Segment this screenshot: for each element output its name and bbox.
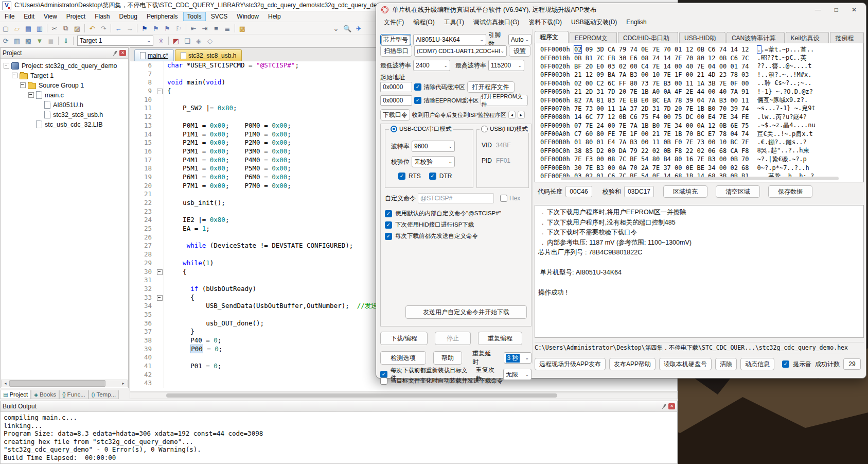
hex-bytes[interactable]: 01 80 01 E4 7A B3 00 11 0B F0 7E 73 00 1… [574,139,749,146]
fill-region-button[interactable]: 区域填充 [663,185,707,198]
menu-project[interactable]: Project [62,12,90,21]
menu-window[interactable]: Window [233,12,263,21]
beep-checkbox[interactable]: ✓ [782,360,789,368]
menu-svcs[interactable]: SVCS [207,12,232,21]
repeat-program-button[interactable]: 重复编程 [478,332,522,345]
menu-file[interactable]: File [1,12,19,21]
min-baud-select[interactable]: 2400⌄ [413,60,450,71]
undo-icon[interactable]: ↶ [86,23,98,33]
fold-collapse-icon[interactable] [157,89,163,94]
maximize-button[interactable]: □ [835,6,838,13]
tree-item-source-group-1[interactable]: Source Group 1 [2,80,128,90]
hex-viewer[interactable]: 0FF0000h02 09 3D CA 79 74 0E 7E 70 01 12… [535,43,864,182]
minimize-button[interactable]: — [815,6,821,13]
menu-help[interactable]: Help [264,12,285,21]
cut-icon[interactable]: ✂ [49,23,60,33]
open-program-file-button[interactable]: 打开程序文件 [467,81,515,93]
open-folder-icon[interactable]: ▱ [11,23,23,33]
unindent-icon[interactable]: ⇤ [188,23,199,33]
paste-icon[interactable]: ▨ [72,23,83,33]
close-panel-icon[interactable]: ✕ [668,403,675,409]
hex-bytes[interactable]: 02 09 3D CA 79 74 0E 7E 70 01 12 0B C6 7… [574,46,749,53]
send-custom-download-button[interactable]: 发送用户自定义命令并开始下载 [405,305,527,319]
clear-region-button[interactable]: 清空区域 [716,185,760,198]
file-extensions-icon[interactable]: ❏ [182,36,193,46]
workspace-tab-books[interactable]: ◈Books [31,390,59,399]
prev-arrow-icon[interactable]: ◂ [508,111,516,119]
usb-cdc-mode-radio[interactable] [391,126,397,132]
usb-hid-mode-radio[interactable] [481,126,488,132]
scroll-left-icon[interactable]: ◂ [2,381,9,386]
uncomment-icon[interactable]: ≣ [222,23,233,33]
menu-peripherals[interactable]: Peripherals [143,12,182,21]
target-options-icon[interactable]: ◩ [170,36,182,46]
next-arrow-icon[interactable]: ▸ [518,111,525,119]
tree-item-target-1[interactable]: Target 1 [2,71,128,80]
open-eeprom-file-button[interactable]: 打开EEPROM文件 [481,95,528,106]
editor-horizontal-scrollbar[interactable] [130,392,678,399]
tree-item-stc-usb-cdc-32-lib[interactable]: stc_usb_cdc_32.LIB [2,119,128,129]
clear-eeprom-checkbox[interactable]: ✓ [414,97,421,104]
save-icon[interactable]: ▤ [23,23,34,33]
bookmark-toggle-icon[interactable]: ⚑ [139,23,150,33]
save-all-icon[interactable]: ▥ [34,23,45,33]
quick-find-icon[interactable]: ✈ [353,23,364,33]
hex-bytes[interactable]: 0B B1 7C FB 30 E6 08 74 14 7E 70 80 12 0… [574,55,749,62]
selected-byte[interactable]: 02 [574,46,581,53]
chip-model-select[interactable]: AI8051U-34K64⌄ [413,34,486,45]
project-window-icon[interactable]: ◇ [204,36,216,46]
hex-bytes[interactable]: 82 7A 81 83 7E EB E0 BC EA 78 39 04 7A B… [574,97,749,104]
stc-bottom-button-0[interactable]: 远程现场升级APP发布 [535,358,606,370]
check-options-button[interactable]: 检测选项 [380,351,426,365]
collapse-icon[interactable] [4,63,9,68]
repeat-count-select[interactable]: 无限⌄ [503,369,532,380]
stc-bottom-button-3[interactable]: 清除 [715,358,737,370]
new-file-icon[interactable]: ▢ [0,23,11,33]
download-flash-icon[interactable]: ⇓ [60,36,72,46]
translate-icon[interactable]: ⟳ [0,36,11,46]
dtr-checkbox[interactable]: ✓ [429,173,436,180]
hex-bytes[interactable]: 14 6C 77 12 0B C6 75 F4 00 75 DC 00 E4 7… [574,113,749,121]
menu-edit[interactable]: Edit [20,12,39,21]
stc-title-bar[interactable]: 单片机在线升级编程仿真调试平台软件 (V6.94Y), 远程现场升级APP发布 … [376,3,866,16]
autoload-checkbox[interactable] [380,377,387,385]
hex-horizontal-scrollbar[interactable] [561,177,839,180]
project-horizontal-scrollbar[interactable]: ◂ ▸ [1,380,128,387]
hex-bytes[interactable]: 7E 73 00 11 1A 37 2D 31 7D 20 7E 1B B0 7… [574,105,749,112]
hex-bytes[interactable]: 21 12 09 BA 7A B3 00 10 7E 1F 00 21 4D 2… [574,71,749,78]
menu-debug[interactable]: Debug [115,12,141,21]
stc-menu-5[interactable]: USB驱动安装(D) [566,17,622,28]
hex-bytes[interactable]: 02 00 C2 6C FF 80 73 7E B3 00 11 1A 3B 7… [574,80,749,87]
code-address-input[interactable]: 0x0000 [380,82,412,92]
close-button[interactable]: ✕ [852,6,857,13]
bookmark-prev-icon[interactable]: ⚑ [150,23,162,33]
menu-flash[interactable]: Flash [91,12,114,21]
serial-port-select[interactable]: (COM7) CDC1-UART1,2CDC+HID⌄ [414,45,507,57]
menu-tools[interactable]: Tools [183,12,206,21]
workspace-tab-project[interactable]: ▤Project [0,390,31,399]
pin-icon[interactable] [660,402,668,410]
redo-icon[interactable]: ↷ [98,23,109,33]
tree-item-ai8051u-h[interactable]: AI8051U.h [2,100,128,110]
hex-bytes[interactable]: 21 2D 31 7D 20 7E 1B A0 0A 4F 2E 44 00 4… [574,88,749,95]
parity-select[interactable]: 无校验⌄ [412,156,455,167]
batch-build-icon[interactable]: ▼ [34,36,45,46]
collapse-icon[interactable] [20,82,26,88]
build-icon[interactable]: ▦ [11,36,23,46]
send-before-checkbox[interactable]: ✓ [385,233,392,240]
close-panel-icon[interactable]: ✕ [119,50,126,56]
download-password-button[interactable]: 下载口令 [380,109,410,121]
clear-code-checkbox[interactable]: ✓ [414,83,421,91]
tree-item-stc32-stc8-usb-h[interactable]: stc32_stc8_usb.h [2,110,128,119]
download-program-button[interactable]: 下载/编程 [380,332,428,345]
configure-icon[interactable]: ▩ [237,23,248,33]
hex-bytes[interactable]: 30 7E B3 00 0A 70 2A 7E 37 00 0E BE 34 0… [574,164,749,171]
stc-menu-4[interactable]: 资料下载(D) [524,17,566,28]
hex-bytes[interactable]: C7 60 80 FE 7E 1F 00 21 7E 1B 70 BC E7 7… [574,130,749,138]
eeprom-address-input[interactable]: 0x0000 [380,95,412,106]
stc-menu-0[interactable]: 文件(F) [379,17,409,28]
stc-menu-6[interactable]: English [622,18,651,27]
scroll-right-icon[interactable]: ▸ [119,381,127,386]
scrollbar-thumb[interactable] [166,393,557,398]
bookmark-clear-icon[interactable]: ⚐ [173,23,184,33]
